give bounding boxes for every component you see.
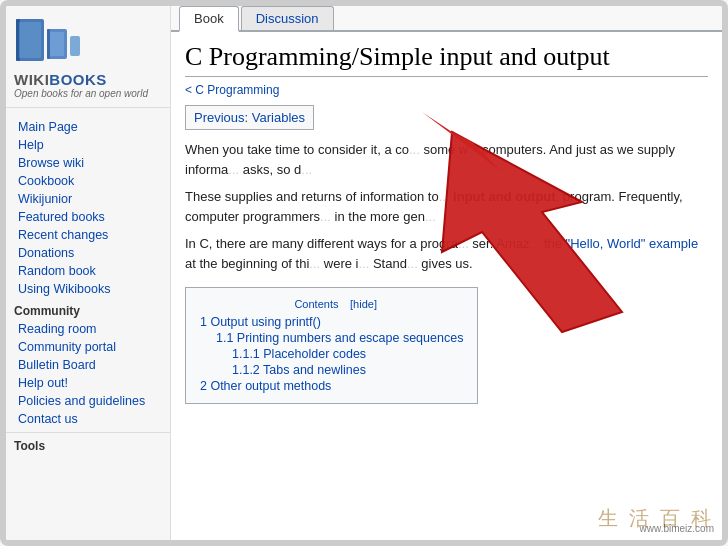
page-title: C Programming/Simple input and output <box>185 42 708 77</box>
svg-rect-5 <box>50 32 64 56</box>
sidebar-item-wikijunior[interactable]: Wikijunior <box>6 190 170 208</box>
sidebar-item-contact-us[interactable]: Contact us <box>6 410 170 428</box>
logo-icon <box>14 14 84 69</box>
sidebar-navigation: Main Page Help Browse wiki Cookbook Wiki… <box>6 114 170 459</box>
previous-box: Previous: Variables <box>185 105 314 130</box>
sidebar: WIKIBOOKS Open books for an open world M… <box>6 6 171 540</box>
sidebar-item-browse-wiki[interactable]: Browse wiki <box>6 154 170 172</box>
paragraph-3: In C, there are many different ways for … <box>185 234 708 273</box>
logo-area: WIKIBOOKS Open books for an open world <box>6 14 170 108</box>
paragraph-2: These supplies and returns of informatio… <box>185 187 708 226</box>
page-body: C Programming/Simple input and output < … <box>171 32 722 540</box>
sidebar-item-using-wikibooks[interactable]: Using Wikibooks <box>6 280 170 298</box>
sidebar-item-cookbook[interactable]: Cookbook <box>6 172 170 190</box>
sidebar-item-random-book[interactable]: Random book <box>6 262 170 280</box>
sidebar-item-reading-room[interactable]: Reading room <box>6 320 170 338</box>
sidebar-item-bulletin-board[interactable]: Bulletin Board <box>6 356 170 374</box>
toc-link-1-1-1[interactable]: 1.1.1 Placeholder codes <box>232 347 366 361</box>
svg-rect-6 <box>70 36 80 56</box>
toc-hide-button[interactable]: [hide] <box>350 298 377 310</box>
wikibooks-title: WIKIBOOKS <box>14 71 107 88</box>
logo-tagline: Open books for an open world <box>14 88 148 99</box>
table-of-contents: Contents [hide] 1 Output using printf() … <box>185 287 478 404</box>
sidebar-item-policies-guidelines[interactable]: Policies and guidelines <box>6 392 170 410</box>
toc-item-1-1: 1.1 Printing numbers and escape sequence… <box>216 331 463 345</box>
paragraph-1: When you take time to consider it, a co.… <box>185 140 708 179</box>
community-section-label: Community <box>6 298 170 320</box>
hello-world-link[interactable]: "Hello, World" example <box>566 236 699 251</box>
svg-rect-2 <box>19 22 41 58</box>
watermark-chinese: 生 活 百 科 <box>598 505 714 532</box>
sidebar-item-help[interactable]: Help <box>6 136 170 154</box>
tab-book[interactable]: Book <box>179 6 239 32</box>
breadcrumb: < C Programming <box>185 83 708 97</box>
toc-item-1: 1 Output using printf() <box>200 315 463 329</box>
toc-item-2: 2 Other output methods <box>200 379 463 393</box>
previous-link[interactable]: Previous: Variables <box>194 110 305 125</box>
toc-item-1-1-1: 1.1.1 Placeholder codes <box>232 347 463 361</box>
main-content: Book Discussion C Programming/Simple inp… <box>171 6 722 540</box>
sidebar-item-donations[interactable]: Donations <box>6 244 170 262</box>
toc-title: Contents [hide] <box>200 296 463 311</box>
tab-discussion[interactable]: Discussion <box>241 6 334 30</box>
tools-section-label: Tools <box>6 432 170 455</box>
watermark-url: www.bimeiz.com <box>640 523 714 534</box>
tabs-bar: Book Discussion <box>171 6 722 32</box>
toc-link-1[interactable]: 1 Output using printf() <box>200 315 321 329</box>
sidebar-item-community-portal[interactable]: Community portal <box>6 338 170 356</box>
sidebar-item-help-out[interactable]: Help out! <box>6 374 170 392</box>
sidebar-item-main-page[interactable]: Main Page <box>6 118 170 136</box>
breadcrumb-link[interactable]: < C Programming <box>185 83 279 97</box>
sidebar-item-recent-changes[interactable]: Recent changes <box>6 226 170 244</box>
toc-link-1-1[interactable]: 1.1 Printing numbers and escape sequence… <box>216 331 463 345</box>
sidebar-item-featured-books[interactable]: Featured books <box>6 208 170 226</box>
toc-item-1-1-2: 1.1.2 Tabs and newlines <box>232 363 463 377</box>
toc-link-1-1-2[interactable]: 1.1.2 Tabs and newlines <box>232 363 366 377</box>
wikibooks-logo-svg <box>14 14 84 69</box>
svg-rect-4 <box>47 29 50 59</box>
toc-link-2[interactable]: 2 Other output methods <box>200 379 331 393</box>
